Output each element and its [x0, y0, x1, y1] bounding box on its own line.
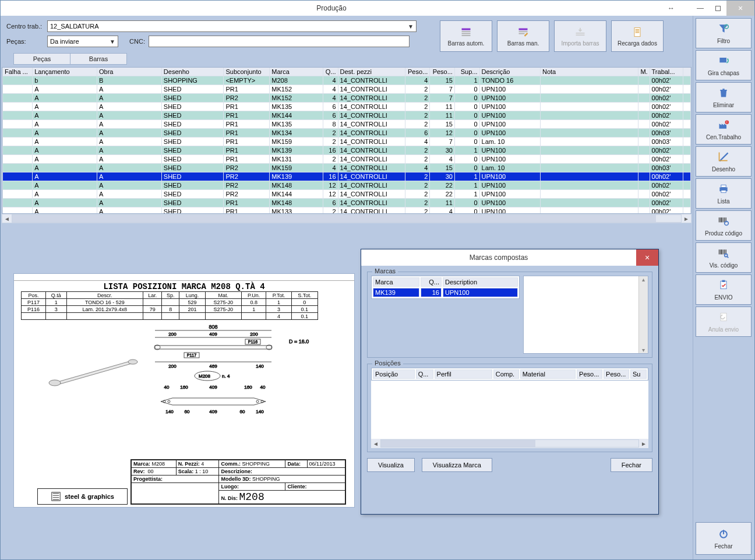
- svg-rect-56: [721, 185, 726, 187]
- grid-header[interactable]: Peso...: [430, 68, 455, 76]
- centrabalho-button[interactable]: ! Cen.Trabalho: [696, 114, 752, 145]
- scroll-right-icon[interactable]: ►: [639, 439, 648, 448]
- grid-header[interactable]: Falha ...: [3, 68, 33, 76]
- clipboard-check-icon: [717, 279, 730, 294]
- form-left: Centro trab.: 12_SALDATURA ▼ Peças: Da i…: [6, 20, 426, 51]
- tab-barras[interactable]: Barras: [70, 53, 127, 65]
- grid-header[interactable]: Sup...: [454, 68, 479, 76]
- table-row[interactable]: AASHEDPR1MK134214_CONTROLLI6120UPN10000h…: [3, 129, 691, 138]
- rotate-icon: [717, 55, 730, 69]
- grid-header[interactable]: Subconjunto: [224, 68, 270, 76]
- marcas-fieldset: Marcas MarcaQ...Description MK13916UPN10…: [367, 272, 652, 358]
- grid-header[interactable]: Descrição: [479, 68, 540, 76]
- cnc-input[interactable]: [149, 36, 410, 47]
- table-row[interactable]: AASHEDPR2MK1441214_CONTROLLI2221UPN10000…: [3, 190, 691, 199]
- table-row[interactable]: AASHEDPR1MK144614_CONTROLLI2110UPN10000h…: [3, 111, 691, 120]
- table-row[interactable]: AASHEDPR2MK152414_CONTROLLI270UPN10000h0…: [3, 94, 691, 103]
- svg-rect-4: [519, 28, 528, 30]
- grid-hscrollbar[interactable]: ◄ ►: [2, 214, 692, 223]
- posicoes-grid[interactable]: PosiçãoQ...PerfilComp.MaterialPeso...Pes…: [371, 368, 648, 439]
- grid-header[interactable]: Trabal...: [650, 68, 683, 76]
- svg-rect-9: [634, 27, 640, 36]
- grid-header[interactable]: Lançamento: [33, 68, 97, 76]
- dialog-titlebar[interactable]: Marcas compostas ×: [361, 249, 658, 266]
- svg-rect-57: [721, 190, 726, 192]
- svg-rect-7: [576, 33, 585, 34]
- posicoes-hscrollbar[interactable]: ◄ ►: [371, 439, 648, 448]
- svg-text:140: 140: [256, 364, 264, 369]
- table-row[interactable]: AASHEDPR1MK135614_CONTROLLI2110UPN10000h…: [3, 103, 691, 111]
- printer-icon: [717, 183, 730, 198]
- grid-header[interactable]: Peso...: [405, 68, 430, 76]
- svg-rect-1: [462, 31, 471, 32]
- table-row[interactable]: AASHEDPR1MK1391614_CONTROLLI2301UPN10000…: [3, 146, 691, 155]
- pecas-select[interactable]: Da inviare ▼: [47, 36, 118, 47]
- main-grid[interactable]: Falha ...LançamentoObraDesenhoSubconjunt…: [2, 67, 692, 214]
- window-title: Produção: [1, 4, 662, 12]
- eliminar-button[interactable]: Eliminar: [696, 82, 752, 112]
- scroll-right-icon[interactable]: ►: [682, 214, 691, 223]
- marcas-grid[interactable]: MarcaQ...Description MK13916UPN100: [371, 276, 520, 354]
- chevron-down-icon: ▼: [408, 23, 414, 30]
- dialog-fechar-button[interactable]: Fechar: [611, 458, 652, 472]
- close-button[interactable]: ×: [726, 1, 754, 16]
- produz-codigo-button[interactable]: Produz código: [696, 210, 752, 241]
- grid-header[interactable]: Marca: [270, 68, 323, 76]
- svg-line-60: [727, 256, 729, 258]
- svg-text:140: 140: [165, 409, 174, 414]
- table-row[interactable]: AASHEDPR1MK159214_CONTROLLI470Lam. 1000h…: [3, 138, 691, 146]
- lista-button[interactable]: Lista: [696, 178, 752, 209]
- tab-pecas[interactable]: Peças: [13, 53, 70, 65]
- anula-envio-button[interactable]: Anula envio: [696, 307, 752, 337]
- vis-codigo-button[interactable]: Vis. código: [696, 242, 752, 273]
- list-icon: [460, 26, 472, 39]
- grid-header[interactable]: [683, 68, 691, 76]
- factory-icon: !: [717, 119, 730, 133]
- barras-man-button[interactable]: Barras man.: [497, 20, 549, 52]
- recarga-dados-button[interactable]: Recarga dados: [611, 20, 664, 52]
- fechar-button[interactable]: Fechar: [696, 522, 752, 555]
- grid-header[interactable]: Desenho: [161, 68, 224, 76]
- desenho-button[interactable]: Desenho: [696, 146, 752, 177]
- table-row[interactable]: AASHEDPR2MK1481214_CONTROLLI2221UPN10000…: [3, 181, 691, 190]
- grid-header[interactable]: Q...: [323, 68, 338, 76]
- scroll-down-icon[interactable]: ▾: [642, 347, 645, 353]
- main-toolbar: Barras autom. Barras man. Importa barras…: [429, 20, 664, 52]
- window-buttons: ↔ — ×: [662, 1, 754, 16]
- scroll-left-icon[interactable]: ◄: [371, 439, 380, 448]
- svg-rect-3: [462, 35, 471, 36]
- svg-text:200: 200: [168, 364, 177, 369]
- table-row[interactable]: AASHEDPR2MK1391614_CONTROLLI2301UPN10000…: [3, 172, 691, 181]
- table-row[interactable]: MK13916UPN100: [373, 288, 518, 297]
- chevron-down-icon: ▼: [110, 38, 115, 45]
- table-row[interactable]: AASHEDPR2MK159414_CONTROLLI4150Lam. 1000…: [3, 164, 691, 172]
- grid-header[interactable]: M.: [638, 68, 650, 76]
- table-row[interactable]: AASHEDPR1MK152414_CONTROLLI270UPN10000h0…: [3, 85, 691, 94]
- table-row[interactable]: bBSHOPPING<EMPTY>M208414_CONTROLLI4151TO…: [3, 76, 691, 85]
- scroll-up-icon[interactable]: ▴: [642, 276, 645, 283]
- table-row[interactable]: AASHEDPR1MK148614_CONTROLLI2110UPN10000h…: [3, 199, 691, 207]
- resize-icon[interactable]: ↔: [662, 1, 680, 16]
- table-row[interactable]: AASHEDPR1MK131214_CONTROLLI240UPN10000h0…: [3, 155, 691, 164]
- svg-rect-19: [155, 346, 271, 349]
- filtro-button[interactable]: Filtro: [696, 18, 752, 48]
- visualizza-marca-button[interactable]: Visualizza Marca: [422, 458, 492, 472]
- dialog-close-button[interactable]: ×: [636, 249, 658, 266]
- grid-header[interactable]: Obra: [97, 68, 162, 76]
- power-icon: [717, 528, 730, 543]
- scroll-left-icon[interactable]: ◄: [2, 214, 12, 223]
- table-row[interactable]: AASHEDPR1MK133214_CONTROLLI240UPN10000h0…: [3, 207, 691, 214]
- centro-trab-select[interactable]: 12_SALDATURA ▼: [47, 20, 417, 32]
- barras-autom-button[interactable]: Barras autom.: [440, 20, 492, 52]
- envio-button[interactable]: ENVIO: [696, 274, 752, 305]
- gira-chapas-button[interactable]: Gira chapas: [696, 50, 752, 80]
- svg-text:409: 409: [209, 385, 217, 390]
- minimize-button[interactable]: —: [692, 1, 709, 16]
- visualiza-button[interactable]: Visualiza: [367, 458, 415, 472]
- grid-header[interactable]: Dest. pezzi: [338, 68, 405, 76]
- grid-header[interactable]: Nota: [540, 68, 638, 76]
- maximize-button[interactable]: [709, 1, 726, 16]
- marcas-notes[interactable]: ▴▾: [523, 276, 648, 354]
- importa-barras-button[interactable]: Importa barras: [554, 20, 606, 52]
- table-row[interactable]: AASHEDPR1MK135814_CONTROLLI2150UPN10000h…: [3, 120, 691, 129]
